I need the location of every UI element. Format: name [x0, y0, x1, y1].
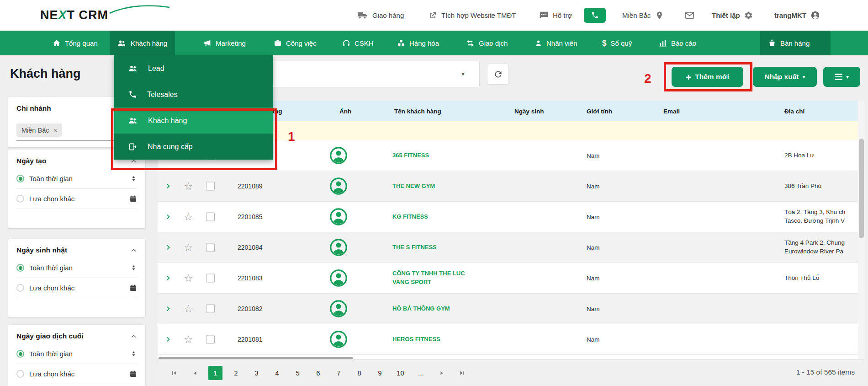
customer-name-link[interactable]: THE NEW GYM — [392, 182, 477, 191]
favorite-star-icon[interactable]: ☆ — [184, 242, 193, 253]
page-button[interactable]: 1 — [208, 366, 222, 380]
expand-chevron-icon[interactable] — [165, 275, 171, 281]
sort-icon[interactable] — [130, 175, 137, 182]
header-link-delivery[interactable]: Giao hàng — [357, 0, 404, 31]
nav-item-cskh[interactable]: CSKH — [334, 31, 381, 55]
avatar-icon[interactable] — [329, 208, 348, 226]
header-link-website-integration[interactable]: Tích hợp Website TMĐT — [428, 0, 516, 31]
nav-item-marketing[interactable]: Marketing — [196, 31, 254, 55]
filter-option-all-time[interactable]: Toàn thời gian — [16, 169, 137, 189]
call-button[interactable] — [584, 8, 606, 23]
page-button[interactable]: 7 — [332, 366, 346, 380]
page-button[interactable]: 5 — [291, 366, 305, 380]
filter-option-all-time[interactable]: Toàn thời gian — [16, 258, 137, 278]
row-checkbox[interactable] — [206, 213, 215, 221]
radio-unselected[interactable] — [16, 195, 24, 203]
favorite-star-icon[interactable]: ☆ — [184, 273, 193, 284]
table-row[interactable]: ☆ 2201081 HEROS FITNESS Nam — [158, 324, 858, 355]
region-selector[interactable]: Miền Bắc — [622, 0, 664, 31]
expand-chevron-icon[interactable] — [165, 306, 171, 312]
table-row[interactable]: ☆ 2201083 CÔNG TY TNHH THE LUC VANG SPOR… — [158, 263, 858, 294]
radio-selected[interactable] — [16, 350, 24, 358]
page-button[interactable]: 6 — [311, 366, 325, 380]
vertical-scrollbar-thumb[interactable] — [859, 139, 864, 238]
calendar-icon[interactable] — [129, 370, 137, 378]
avatar-icon[interactable] — [329, 330, 348, 348]
last-page-button[interactable] — [455, 366, 469, 380]
customer-name-link[interactable]: 365 FITNESS — [392, 151, 477, 160]
page-button[interactable]: 9 — [373, 366, 387, 380]
row-checkbox[interactable] — [206, 274, 215, 283]
avatar-icon[interactable] — [329, 300, 348, 318]
sort-icon[interactable] — [130, 264, 137, 271]
customer-name-link[interactable]: HEROS FITNESS — [392, 335, 477, 344]
calendar-icon[interactable] — [129, 284, 137, 292]
filter-option-all-time[interactable]: Toàn thời gian — [16, 344, 137, 364]
table-row[interactable]: ☆ 2201084 THE S FITNESS Nam Tầng 4 Park … — [158, 232, 858, 263]
nav-item-customers[interactable]: Khách hàng — [110, 31, 175, 55]
vertical-scrollbar[interactable] — [858, 101, 865, 359]
nextcrm-logo[interactable]: NEXT CRM — [40, 0, 108, 31]
favorite-star-icon[interactable]: ☆ — [184, 334, 193, 345]
menu-item-telesales[interactable]: Telesales — [114, 81, 273, 107]
menu-item-suppliers[interactable]: Nhà cung cấp — [114, 134, 273, 160]
row-checkbox[interactable] — [206, 335, 215, 344]
sort-icon[interactable] — [130, 350, 137, 357]
expand-chevron-icon[interactable] — [165, 244, 171, 251]
page-button[interactable]: 4 — [270, 366, 284, 380]
menu-item-lead[interactable]: Lead — [114, 55, 273, 81]
nav-item-reports[interactable]: Báo cáo — [651, 31, 704, 55]
expand-chevron-icon[interactable] — [165, 183, 171, 189]
filter-option-other[interactable]: Lựa chọn khác — [16, 189, 137, 209]
favorite-star-icon[interactable]: ☆ — [184, 212, 193, 222]
row-checkbox[interactable] — [206, 305, 215, 313]
customer-name-link[interactable]: THE S FITNESS — [392, 243, 477, 252]
mail-button[interactable] — [684, 0, 695, 31]
customer-name-link[interactable]: KG FITNESS — [392, 213, 477, 221]
header-link-support[interactable]: Hỗ trợ — [539, 0, 572, 31]
page-button[interactable]: 3 — [249, 366, 264, 380]
nav-item-transactions[interactable]: Giao dịch — [458, 31, 515, 55]
column-header-email[interactable]: Email — [663, 107, 680, 114]
nav-item-tasks[interactable]: Công việc — [266, 31, 324, 55]
settings-menu[interactable]: Thiết lập — [712, 0, 753, 31]
favorite-star-icon[interactable]: ☆ — [184, 304, 193, 314]
table-row[interactable]: ☆ 2201089 THE NEW GYM Nam 386 Trần Phú — [158, 171, 858, 202]
nav-item-sales[interactable]: Bán hàng — [760, 31, 831, 55]
column-header-gender[interactable]: Giới tính — [587, 107, 612, 114]
import-export-button[interactable]: Nhập xuất ▾ — [753, 67, 817, 87]
page-ellipsis[interactable]: ... — [414, 366, 428, 380]
favorite-star-icon[interactable]: ☆ — [184, 181, 193, 192]
previous-page-button[interactable] — [188, 366, 202, 380]
branch-tag[interactable]: Miền Bắc × — [16, 123, 62, 137]
row-checkbox[interactable] — [206, 243, 215, 252]
page-button[interactable]: 8 — [352, 366, 366, 380]
avatar-icon[interactable] — [329, 146, 348, 165]
expand-chevron-icon[interactable] — [165, 336, 171, 343]
nav-item-cashbook[interactable]: $ Sổ quỹ — [594, 31, 640, 55]
chevron-up-icon[interactable] — [130, 333, 137, 340]
avatar-icon[interactable] — [329, 269, 348, 287]
user-account-menu[interactable]: trangMKT — [774, 0, 820, 31]
radio-selected[interactable] — [16, 264, 24, 272]
add-new-button[interactable]: + Thêm mới — [672, 67, 743, 87]
radio-unselected[interactable] — [16, 370, 24, 378]
calendar-icon[interactable] — [129, 195, 137, 203]
avatar-icon[interactable] — [329, 177, 348, 195]
first-page-button[interactable] — [167, 366, 181, 380]
row-checkbox[interactable] — [206, 182, 215, 191]
column-header-photo[interactable]: Ảnh — [339, 107, 351, 114]
menu-item-customers[interactable]: Khách hàng — [114, 107, 273, 134]
customer-name-link[interactable]: CÔNG TY TNHH THE LUC VANG SPORT — [392, 269, 477, 287]
refresh-button[interactable] — [487, 64, 509, 85]
page-button[interactable]: 2 — [229, 366, 243, 380]
avatar-icon[interactable] — [329, 238, 348, 257]
list-options-button[interactable]: ▾ — [823, 67, 860, 87]
page-button[interactable]: 10 — [393, 366, 408, 380]
filter-option-other[interactable]: Lựa chọn khác — [16, 364, 137, 384]
next-page-button[interactable] — [434, 366, 449, 380]
nav-item-overview[interactable]: Tổng quan — [45, 31, 106, 55]
remove-tag-icon[interactable]: × — [53, 126, 57, 134]
table-row[interactable]: ☆ 2201085 KG FITNESS Nam Tòa 2, Tầng 3, … — [158, 202, 858, 232]
column-header-birthday[interactable]: Ngày sinh — [514, 107, 544, 114]
